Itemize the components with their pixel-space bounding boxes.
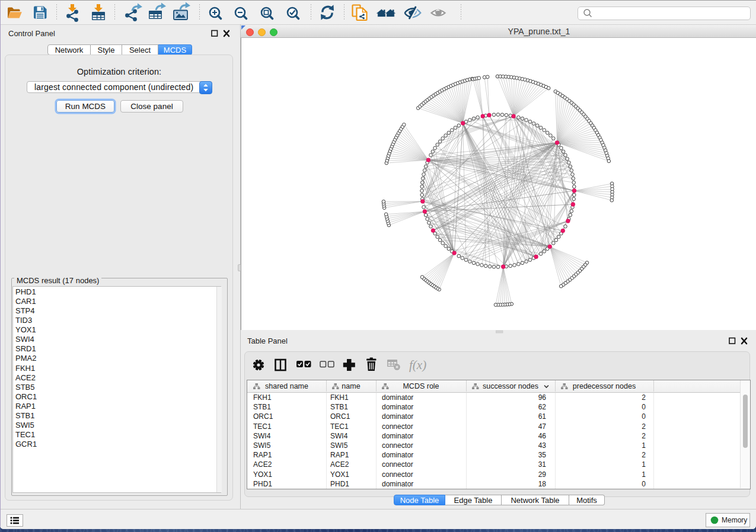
svg-text:f(x): f(x): [409, 358, 426, 372]
